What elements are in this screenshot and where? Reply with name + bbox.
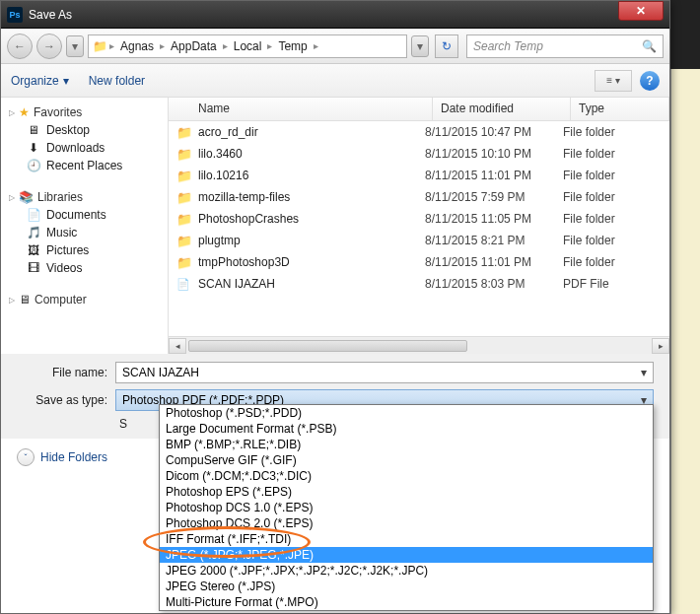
chevron-down-icon[interactable]: ▾ xyxy=(641,366,647,379)
crumb[interactable]: Local xyxy=(230,37,266,55)
dropdown-option[interactable]: Photoshop DCS 2.0 (*.EPS) xyxy=(160,515,653,531)
sidebar-item[interactable]: 🖥Desktop xyxy=(1,121,168,139)
scroll-right-icon[interactable]: ▸ xyxy=(652,338,669,354)
sidebar-item[interactable]: 🎞Videos xyxy=(1,259,168,277)
forward-button[interactable]: → xyxy=(36,34,62,59)
libraries-icon: 📚 xyxy=(19,190,34,204)
collapse-icon: ▷ xyxy=(9,296,15,305)
filename-field[interactable]: SCAN IJAZAH ▾ xyxy=(115,362,654,383)
sidebar-item[interactable]: 🕘Recent Places xyxy=(1,157,168,174)
saveastype-label: Save as type: xyxy=(17,393,115,407)
file-date: 8/11/2015 11:01 PM xyxy=(425,169,563,182)
window-title: Save As xyxy=(29,8,618,22)
dropdown-option[interactable]: Large Document Format (*.PSB) xyxy=(160,421,653,437)
dropdown-option[interactable]: Photoshop DCS 1.0 (*.EPS) xyxy=(160,500,653,515)
folder-icon: 📁 xyxy=(176,125,194,140)
sidebar-favorites[interactable]: ▷ ★ Favorites xyxy=(1,103,168,121)
dropdown-option[interactable]: Photoshop EPS (*.EPS) xyxy=(160,484,653,500)
sidebar-item-icon: 🕘 xyxy=(27,159,40,172)
dropdown-option[interactable]: JPEG (*.JPG;*.JPEG;*.JPE) xyxy=(160,547,653,563)
pdf-icon: 📄 xyxy=(176,278,194,291)
dropdown-option[interactable]: PCX (*.PCX) xyxy=(160,610,653,611)
table-row[interactable]: 📁tmpPhotoshop3D8/11/2015 11:01 PMFile fo… xyxy=(169,251,669,273)
scroll-left-icon[interactable]: ◂ xyxy=(169,338,186,354)
scroll-thumb[interactable] xyxy=(188,340,467,352)
help-button[interactable]: ? xyxy=(640,71,660,91)
table-row[interactable]: 📁mozilla-temp-files8/11/2015 7:59 PMFile… xyxy=(169,186,669,208)
refresh-button[interactable]: ↻ xyxy=(435,34,458,58)
sidebar-item[interactable]: 🎵Music xyxy=(1,224,168,241)
dropdown-option[interactable]: JPEG Stereo (*.JPS) xyxy=(160,579,653,594)
folder-icon: 📁 xyxy=(176,169,194,183)
sidebar: ▷ ★ Favorites 🖥Desktop⬇Downloads🕘Recent … xyxy=(1,98,169,354)
folder-icon: 📁 xyxy=(93,39,107,53)
col-name[interactable]: Name xyxy=(169,98,433,120)
horizontal-scrollbar[interactable]: ◂ ▸ xyxy=(169,336,669,354)
chevron-right-icon: ▸ xyxy=(267,40,272,51)
dropdown-option[interactable]: Dicom (*.DCM;*.DC3;*.DIC) xyxy=(160,468,653,484)
dropdown-option[interactable]: IFF Format (*.IFF;*.TDI) xyxy=(160,531,653,547)
file-type: File folder xyxy=(563,255,662,269)
crumb[interactable]: Agnas xyxy=(116,37,158,55)
table-row[interactable]: 📄SCAN IJAZAH8/11/2015 8:03 PMPDF File xyxy=(169,273,669,295)
table-row[interactable]: 📁plugtmp8/11/2015 8:21 PMFile folder xyxy=(169,230,669,251)
file-name: acro_rd_dir xyxy=(198,125,425,139)
file-date: 8/11/2015 7:59 PM xyxy=(425,190,563,204)
chevron-down-icon: ▾ xyxy=(63,74,69,88)
organize-button[interactable]: Organize ▾ xyxy=(11,74,69,88)
sidebar-item-label: Music xyxy=(46,226,77,239)
file-type: PDF File xyxy=(563,277,662,291)
table-row[interactable]: 📁acro_rd_dir8/11/2015 10:47 PMFile folde… xyxy=(169,121,669,143)
table-row[interactable]: 📁PhotoshopCrashes8/11/2015 11:05 PMFile … xyxy=(169,208,669,230)
sidebar-item[interactable]: ⬇Downloads xyxy=(1,139,168,157)
collapse-icon: ▷ xyxy=(9,108,15,117)
file-name: lilo.10216 xyxy=(198,169,425,182)
sidebar-item[interactable]: 🖼Pictures xyxy=(1,241,168,259)
nav-history-dropdown[interactable]: ▾ xyxy=(66,35,84,57)
sidebar-item-label: Videos xyxy=(46,261,82,275)
folder-icon: 📁 xyxy=(176,147,194,162)
col-date[interactable]: Date modified xyxy=(433,98,571,120)
close-button[interactable]: ✕ xyxy=(618,1,664,21)
dropdown-option[interactable]: CompuServe GIF (*.GIF) xyxy=(160,452,653,468)
file-date: 8/11/2015 10:47 PM xyxy=(425,125,563,139)
toolbar: Organize ▾ New folder ≡ ▾ ? xyxy=(1,64,669,98)
sidebar-item[interactable]: 📄Documents xyxy=(1,206,168,224)
sidebar-computer[interactable]: ▷ 🖥 Computer xyxy=(1,291,168,308)
computer-icon: 🖥 xyxy=(19,293,31,307)
search-input[interactable]: Search Temp 🔍 xyxy=(466,34,664,58)
table-row[interactable]: 📁lilo.102168/11/2015 11:01 PMFile folder xyxy=(169,165,669,186)
file-header: Name Date modified Type xyxy=(169,98,669,121)
col-type[interactable]: Type xyxy=(571,98,669,120)
file-name: plugtmp xyxy=(198,234,425,247)
file-date: 8/11/2015 8:21 PM xyxy=(425,234,563,247)
dropdown-option[interactable]: Multi-Picture Format (*.MPO) xyxy=(160,594,653,610)
breadcrumb[interactable]: 📁 ▸ Agnas ▸ AppData ▸ Local ▸ Temp ▸ xyxy=(88,34,407,58)
file-type: File folder xyxy=(563,147,662,161)
photoshop-background xyxy=(670,69,700,614)
table-row[interactable]: 📁lilo.34608/11/2015 10:10 PMFile folder xyxy=(169,143,669,165)
search-icon: 🔍 xyxy=(642,39,657,53)
chevron-right-icon: ▸ xyxy=(109,40,114,51)
dropdown-option[interactable]: JPEG 2000 (*.JPF;*.JPX;*.JP2;*.J2C;*.J2K… xyxy=(160,563,653,579)
crumb[interactable]: Temp xyxy=(274,37,311,55)
folder-icon: 📁 xyxy=(176,255,194,270)
file-type: File folder xyxy=(563,234,662,247)
back-button[interactable]: ← xyxy=(7,34,33,59)
file-date: 8/11/2015 11:01 PM xyxy=(425,255,563,269)
sidebar-item-label: Downloads xyxy=(46,141,105,155)
sidebar-libraries[interactable]: ▷ 📚 Libraries xyxy=(1,188,168,206)
file-type: File folder xyxy=(563,125,662,139)
breadcrumb-dropdown[interactable]: ▾ xyxy=(411,35,429,57)
file-list[interactable]: 📁acro_rd_dir8/11/2015 10:47 PMFile folde… xyxy=(169,121,669,336)
view-button[interactable]: ≡ ▾ xyxy=(595,70,632,92)
dropdown-option[interactable]: BMP (*.BMP;*.RLE;*.DIB) xyxy=(160,437,653,452)
crumb[interactable]: AppData xyxy=(167,37,221,55)
new-folder-button[interactable]: New folder xyxy=(89,74,145,88)
saveastype-dropdown[interactable]: Photoshop (*.PSD;*.PDD)Large Document Fo… xyxy=(159,404,654,611)
dropdown-option[interactable]: Photoshop (*.PSD;*.PDD) xyxy=(160,405,653,421)
chevron-right-icon: ▸ xyxy=(223,40,228,51)
folder-icon: 📁 xyxy=(176,234,194,248)
filename-label: File name: xyxy=(17,366,115,379)
file-type: File folder xyxy=(563,190,662,204)
